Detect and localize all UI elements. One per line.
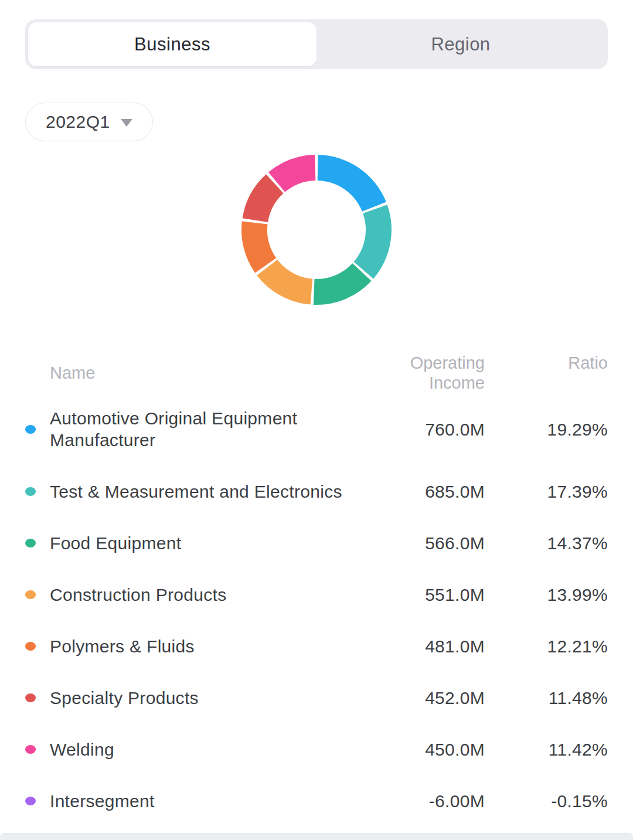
segment-name: Automotive Original Equipment Manufactur… (50, 407, 351, 451)
donut-segment[interactable] (354, 205, 392, 278)
segment-ratio: 14.37% (485, 532, 608, 554)
segment-operating-income: -6.00M (351, 790, 485, 812)
table-row[interactable]: Construction Products551.0M13.99% (25, 569, 608, 621)
segment-operating-income: 760.0M (351, 419, 485, 440)
legend-dot (25, 425, 36, 434)
legend-dot (25, 642, 36, 651)
legend-dot (25, 590, 36, 599)
table-row[interactable]: Test & Measurement and Electronics685.0M… (25, 466, 608, 518)
tab-region[interactable]: Region (316, 22, 605, 66)
segment-ratio: 12.21% (485, 635, 608, 657)
header-name: Name (25, 363, 351, 383)
legend-dot (25, 745, 36, 754)
segment-operating-income: 566.0M (351, 532, 485, 554)
bottom-sheet-edge (0, 833, 633, 840)
table-row[interactable]: Intersegment-6.00M-0.15% (25, 776, 608, 827)
header-ratio: Ratio (485, 353, 608, 373)
segment-report-page: Business Region 2022Q1 Name Operating In… (0, 0, 633, 827)
legend-dot (25, 693, 36, 702)
table-row[interactable]: Polymers & Fluids481.0M12.21% (25, 621, 608, 672)
segment-operating-income: 551.0M (351, 584, 485, 606)
segment-ratio: 13.99% (485, 584, 608, 606)
donut-segment[interactable] (318, 155, 386, 212)
segment-name: Welding (50, 739, 351, 760)
period-value: 2022Q1 (46, 112, 110, 132)
legend-dot (25, 487, 36, 496)
chevron-down-icon (121, 119, 132, 127)
donut-segment[interactable] (257, 260, 312, 305)
segment-ratio: 17.39% (485, 481, 608, 502)
table-row[interactable]: Food Equipment566.0M14.37% (25, 518, 608, 569)
segment-name: Construction Products (50, 584, 351, 606)
table-row[interactable]: Specialty Products452.0M11.48% (25, 672, 608, 724)
donut-chart (240, 154, 393, 306)
table-header-row: Name Operating Income Ratio (25, 353, 608, 393)
segment-ratio: -0.15% (485, 790, 608, 812)
segments-table: Name Operating Income Ratio Automotive O… (25, 353, 608, 827)
segment-name: Intersegment (50, 790, 351, 812)
donut-chart-container (25, 154, 608, 306)
header-operating-income: Operating Income (351, 353, 485, 393)
segment-operating-income: 481.0M (351, 635, 485, 657)
segment-name: Food Equipment (50, 532, 351, 554)
segment-ratio: 11.48% (485, 687, 608, 709)
segment-ratio: 11.42% (485, 739, 608, 760)
table-row[interactable]: Automotive Original Equipment Manufactur… (25, 393, 608, 466)
donut-segment[interactable] (314, 263, 372, 305)
table-body: Automotive Original Equipment Manufactur… (25, 393, 608, 827)
legend-dot (25, 797, 36, 805)
segment-name: Polymers & Fluids (50, 635, 351, 657)
segment-operating-income: 450.0M (351, 739, 485, 760)
segment-name: Specialty Products (50, 687, 351, 709)
legend-dot (25, 539, 36, 547)
view-toggle: Business Region (25, 19, 608, 69)
table-row[interactable]: Welding450.0M11.42% (25, 724, 608, 776)
segment-name: Test & Measurement and Electronics (50, 481, 351, 502)
segment-operating-income: 452.0M (351, 687, 485, 709)
period-dropdown[interactable]: 2022Q1 (25, 103, 153, 141)
segment-operating-income: 685.0M (351, 481, 485, 502)
segment-ratio: 19.29% (485, 419, 608, 440)
tab-business[interactable]: Business (28, 22, 316, 66)
